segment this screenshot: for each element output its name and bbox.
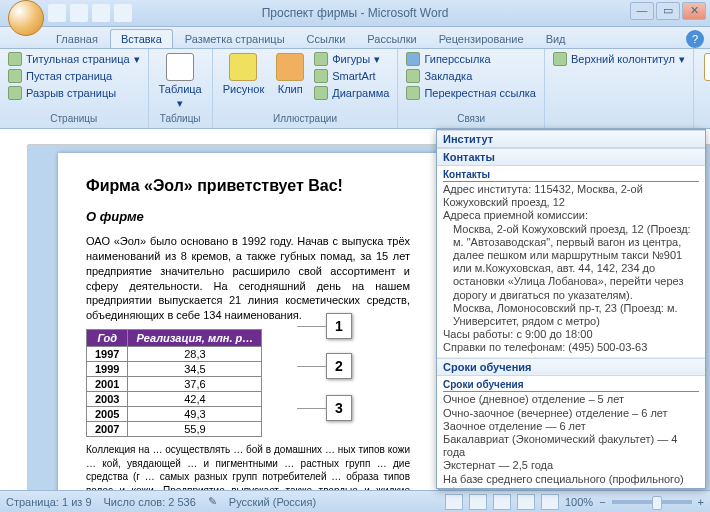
textbox-button[interactable]: A (700, 51, 710, 95)
bookmark-button[interactable]: Закладка (404, 68, 538, 84)
page-icon (8, 52, 22, 66)
quick-access-toolbar (48, 4, 132, 22)
tab-home[interactable]: Главная (46, 30, 108, 48)
view-outline[interactable] (517, 494, 535, 510)
crossref-icon (406, 86, 420, 100)
gallery-category: Контакты (437, 148, 705, 166)
clip-icon (276, 53, 304, 81)
view-draft[interactable] (541, 494, 559, 510)
tab-view[interactable]: Вид (536, 30, 576, 48)
group-tables-label: Таблицы (155, 113, 206, 126)
qat-save-icon[interactable] (48, 4, 66, 22)
table-row: 200755,9 (87, 422, 262, 437)
table-button[interactable]: Таблица▾ (155, 51, 206, 112)
doc-paragraph-1: ОАО «Эол» было основано в 1992 году. Нач… (86, 234, 410, 323)
picture-button[interactable]: Рисунок (219, 51, 269, 97)
blank-page-button[interactable]: Пустая страница (6, 68, 142, 84)
callout-2: 2 (326, 353, 352, 379)
textbox-icon (704, 53, 710, 81)
tab-references[interactable]: Ссылки (297, 30, 356, 48)
qat-redo-icon[interactable] (92, 4, 110, 22)
link-icon (406, 52, 420, 66)
crossref-button[interactable]: Перекрестная ссылка (404, 85, 538, 101)
gallery-category: Сроки обучения (437, 358, 705, 376)
status-words[interactable]: Число слов: 2 536 (104, 496, 196, 508)
group-illustr-label: Иллюстрации (219, 113, 392, 126)
view-web[interactable] (493, 494, 511, 510)
bookmark-icon (406, 69, 420, 83)
status-lang[interactable]: Русский (Россия) (229, 496, 316, 508)
break-icon (8, 86, 22, 100)
zoom-in[interactable]: + (698, 496, 704, 508)
group-pages-label: Страницы (6, 113, 142, 126)
header-icon (553, 52, 567, 66)
view-fullscreen[interactable] (469, 494, 487, 510)
table-icon (166, 53, 194, 81)
status-spellcheck-icon[interactable]: ✎ (208, 495, 217, 508)
blank-icon (8, 69, 22, 83)
title-page-button[interactable]: Титульная страница ▾ (6, 51, 142, 67)
callout-3: 3 (326, 395, 352, 421)
tab-review[interactable]: Рецензирование (429, 30, 534, 48)
help-icon[interactable]: ? (686, 30, 704, 48)
header-button[interactable]: Верхний колонтитул ▾ (551, 51, 687, 67)
callout-1: 1 (326, 313, 352, 339)
hyperlink-button[interactable]: Гиперссылка (404, 51, 538, 67)
clip-button[interactable]: Клип (272, 51, 308, 97)
doc-heading: Фирма «Эол» приветствует Вас! (86, 177, 410, 195)
view-print-layout[interactable] (445, 494, 463, 510)
window-title: Проспект фирмы - Microsoft Word (262, 6, 449, 20)
page-break-button[interactable]: Разрыв страницы (6, 85, 142, 101)
zoom-out[interactable]: − (599, 496, 605, 508)
gallery-item-terms[interactable]: Сроки обучения Очное (дневное) отделение… (437, 376, 705, 489)
vertical-ruler[interactable] (0, 145, 28, 490)
tab-layout[interactable]: Разметка страницы (175, 30, 295, 48)
office-button[interactable] (8, 0, 44, 36)
smartart-button[interactable]: SmartArt (312, 68, 391, 84)
ribbon: Титульная страница ▾ Пустая страница Раз… (0, 49, 710, 129)
ribbon-tabs: Главная Вставка Разметка страницы Ссылки… (0, 27, 710, 49)
close-button[interactable]: ✕ (682, 2, 706, 20)
picture-icon (229, 53, 257, 81)
zoom-level[interactable]: 100% (565, 496, 593, 508)
doc-subheading-1: О фирме (86, 209, 410, 224)
tab-insert[interactable]: Вставка (110, 29, 173, 48)
table-row: 199934,5 (87, 362, 262, 377)
shapes-button[interactable]: Фигуры ▾ (312, 51, 391, 67)
table-row: 200137,6 (87, 377, 262, 392)
maximize-button[interactable]: ▭ (656, 2, 680, 20)
gallery-category: Институт (437, 130, 705, 148)
chart-button[interactable]: Диаграмма (312, 85, 391, 101)
smartart-icon (314, 69, 328, 83)
status-page[interactable]: Страница: 1 из 9 (6, 496, 92, 508)
shapes-icon (314, 52, 328, 66)
minimize-button[interactable]: — (630, 2, 654, 20)
tab-mailings[interactable]: Рассылки (357, 30, 426, 48)
qat-undo-icon[interactable] (70, 4, 88, 22)
doc-paragraph-2: Коллекция на … осуществлять … бой в дома… (86, 443, 410, 490)
table-row: 200549,3 (87, 407, 262, 422)
table-row: 199728,3 (87, 347, 262, 362)
qat-custom-icon[interactable] (114, 4, 132, 22)
chart-icon (314, 86, 328, 100)
express-blocks-gallery: Институт Контакты Контакты Адрес институ… (436, 129, 706, 489)
page: Фирма «Эол» приветствует Вас! О фирме ОА… (58, 153, 438, 490)
table-row: 200342,4 (87, 392, 262, 407)
zoom-slider[interactable] (612, 500, 692, 504)
status-bar: Страница: 1 из 9 Число слов: 2 536 ✎ Рус… (0, 490, 710, 512)
gallery-item-contacts[interactable]: Контакты Адрес института: 115432, Москва… (437, 166, 705, 358)
group-links-label: Связи (404, 113, 538, 126)
sales-table: ГодРеализация, млн. р… 199728,3 199934,5… (86, 329, 262, 437)
